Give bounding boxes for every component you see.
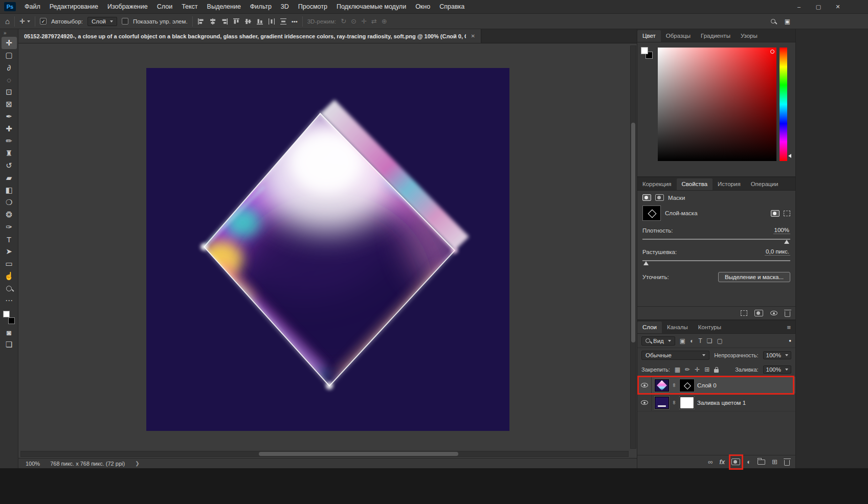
filter-smart-objects-icon[interactable]: ▢	[717, 337, 723, 345]
toggle-mask-visibility-icon[interactable]	[770, 311, 777, 315]
lasso-tool[interactable]: ∂	[2, 61, 17, 74]
quick-mask-icon[interactable]: ◙	[2, 326, 17, 338]
select-and-mask-button[interactable]: Выделение и маска...	[718, 272, 790, 282]
blur-tool[interactable]: ❍	[2, 196, 17, 209]
tab-adjustments[interactable]: Коррекция	[637, 178, 677, 190]
foreground-background-swatches[interactable]	[641, 47, 656, 62]
history-brush-tool[interactable]: ↺	[2, 159, 17, 172]
crop-tool[interactable]: ⊡	[2, 86, 17, 98]
layer-visibility-toggle[interactable]	[637, 377, 652, 394]
distribute-vertical-icon[interactable]	[280, 18, 287, 25]
layer-thumbnail[interactable]	[655, 397, 669, 409]
lock-position-icon[interactable]: ✛	[695, 366, 700, 373]
frame-tool[interactable]: ⊠	[2, 98, 17, 110]
layer-row-sloy-0[interactable]: ∞ Слой 0	[637, 377, 795, 394]
align-right-icon[interactable]	[221, 18, 228, 25]
menu-edit[interactable]: Редактирование	[45, 0, 103, 13]
current-tool-indicator[interactable]: ✛	[19, 17, 30, 25]
tab-close-icon[interactable]: ✕	[471, 33, 475, 39]
vector-mask-icon[interactable]	[655, 194, 664, 201]
type-tool[interactable]: T	[2, 233, 17, 245]
filter-toggle-icon[interactable]: ●	[789, 338, 791, 343]
tab-paths[interactable]: Контуры	[693, 322, 726, 333]
object-selection-tool[interactable]: ◌	[2, 74, 17, 86]
link-layers-icon[interactable]: ∞	[708, 458, 713, 466]
feather-slider[interactable]	[642, 258, 790, 265]
home-icon[interactable]: ⌂	[5, 17, 10, 26]
layer-mask-thumbnail[interactable]	[680, 379, 694, 392]
tab-patterns[interactable]: Узоры	[736, 30, 763, 42]
adjustment-layer-icon[interactable]: ◐	[747, 458, 751, 466]
more-tools-icon[interactable]: ⋯	[2, 294, 17, 307]
menu-plugins[interactable]: Подключаемые модули	[332, 0, 411, 13]
tab-layers[interactable]: Слои	[637, 322, 662, 333]
lock-transparency-icon[interactable]: ▦	[675, 366, 680, 373]
show-controls-checkbox[interactable]	[122, 18, 128, 25]
vector-mask-add-icon[interactable]	[784, 211, 790, 216]
healing-brush-tool[interactable]: ✚	[2, 123, 17, 135]
document-tab[interactable]: 05152-2879724920-, a close up of a color…	[18, 29, 481, 43]
apply-mask-icon[interactable]	[754, 310, 763, 316]
tab-properties[interactable]: Свойства	[677, 178, 713, 190]
menu-file[interactable]: Файл	[20, 0, 45, 13]
canvas-area[interactable]	[18, 43, 637, 458]
search-icon[interactable]	[771, 19, 775, 24]
menu-layers[interactable]: Слои	[152, 0, 177, 13]
filter-type-layers-icon[interactable]: T	[698, 337, 702, 345]
tab-history[interactable]: История	[713, 178, 746, 190]
marquee-tool[interactable]: ▢	[2, 49, 17, 61]
mask-badge-icon[interactable]	[771, 210, 780, 217]
tab-gradients[interactable]: Градиенты	[696, 30, 736, 42]
filter-shape-layers-icon[interactable]: ❏	[707, 337, 713, 345]
lock-artboard-icon[interactable]: ⊞	[704, 366, 709, 373]
lock-pixels-icon[interactable]: ✏	[685, 366, 690, 373]
align-top-icon[interactable]	[233, 18, 240, 25]
pen-tool[interactable]: ✑	[2, 221, 17, 233]
menu-view[interactable]: Просмотр	[294, 0, 332, 13]
eraser-tool[interactable]: ▰	[2, 172, 17, 184]
selected-mask-thumbnail[interactable]	[642, 205, 661, 221]
hue-slider[interactable]	[780, 48, 787, 161]
close-icon[interactable]: ✕	[828, 0, 848, 13]
layer-thumbnail[interactable]	[655, 379, 669, 392]
zoom-level[interactable]: 100%	[26, 461, 40, 467]
path-selection-tool[interactable]: ➤	[2, 245, 17, 258]
dodge-tool[interactable]: ❂	[2, 209, 17, 221]
menu-window[interactable]: Окно	[411, 0, 435, 13]
feather-slider-thumb[interactable]	[643, 261, 649, 265]
clone-stamp-tool[interactable]: ♜	[2, 147, 17, 159]
pixel-mask-icon[interactable]	[642, 194, 651, 201]
eyedropper-tool[interactable]: ✒	[2, 110, 17, 123]
more-align-options-icon[interactable]: •••	[292, 18, 298, 25]
menu-type[interactable]: Текст	[177, 0, 202, 13]
hue-slider-thumb[interactable]	[788, 154, 791, 158]
menu-filter[interactable]: Фильтр	[246, 0, 276, 13]
move-tool[interactable]: ✛	[2, 37, 17, 49]
tab-color[interactable]: Цвет	[637, 30, 661, 42]
workspace-icon[interactable]: ▣	[785, 18, 790, 25]
align-bottom-icon[interactable]	[256, 18, 263, 25]
vertical-scrollbar-thumb[interactable]	[631, 123, 635, 342]
minimize-icon[interactable]: –	[789, 0, 809, 13]
density-value[interactable]: 100%	[773, 227, 790, 234]
menu-image[interactable]: Изображение	[103, 0, 152, 13]
vertical-scrollbar[interactable]	[630, 45, 636, 449]
distribute-horizontal-icon[interactable]	[268, 18, 275, 25]
fill-select[interactable]: 100%	[763, 365, 791, 374]
filter-pixel-layers-icon[interactable]: ▣	[680, 337, 685, 345]
layer-name[interactable]: Заливка цветом 1	[697, 400, 746, 406]
panel-menu-icon[interactable]: ≡	[787, 324, 791, 331]
collapse-tools-icon[interactable]: »	[0, 30, 7, 37]
density-slider[interactable]	[642, 236, 790, 243]
layer-mask-thumbnail[interactable]	[680, 397, 694, 409]
zoom-tool[interactable]	[2, 282, 17, 294]
autoselect-target-select[interactable]: Слой	[87, 17, 117, 26]
brush-tool[interactable]: ✏	[2, 135, 17, 147]
load-selection-icon[interactable]	[741, 310, 747, 316]
foreground-swatch[interactable]	[641, 47, 648, 54]
layer-visibility-toggle[interactable]	[637, 394, 652, 411]
layer-style-icon[interactable]: fx	[720, 459, 725, 466]
layer-filter-select[interactable]: Вид	[641, 336, 675, 346]
menu-3d[interactable]: 3D	[276, 0, 294, 13]
menu-select[interactable]: Выделение	[203, 0, 246, 13]
